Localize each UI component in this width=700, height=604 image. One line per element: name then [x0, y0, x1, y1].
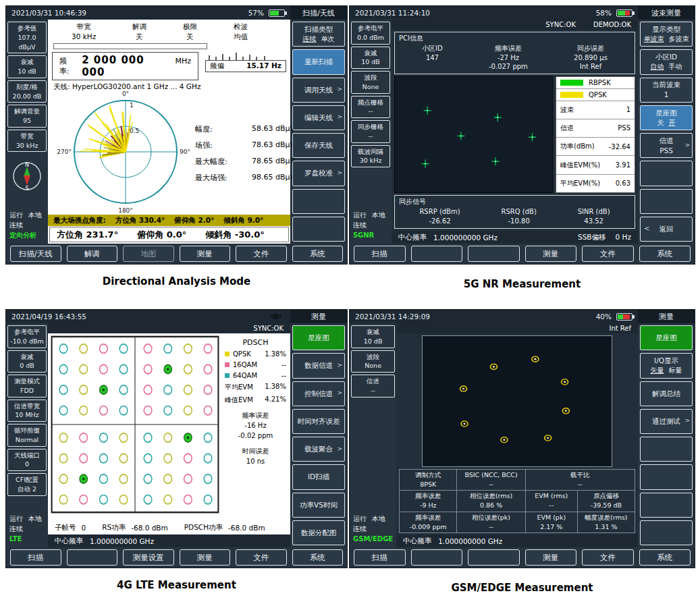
- param-cyclic-prefix[interactable]: 循环前缀Normal: [7, 424, 47, 447]
- param-band[interactable]: 波段None: [351, 350, 395, 373]
- softkey-measure[interactable]: 测量: [525, 246, 577, 262]
- param-attenuation[interactable]: 衰减10 dB: [351, 325, 395, 348]
- param-ref-level[interactable]: 参考值107.0 dBμV: [7, 22, 47, 53]
- left-sidebar: 参考值107.0 dBμV 衰减10 dB 刻度/格20.00 dB 解调音量9…: [6, 20, 48, 244]
- frequency-display[interactable]: 频率:2 000 000 000MHz: [52, 52, 198, 80]
- softkey-file[interactable]: 文件: [236, 549, 287, 566]
- softkey-scan[interactable]: 扫描: [354, 246, 406, 262]
- battery-icon: [269, 9, 285, 17]
- frequency-offset: 频偏15.17 Hz: [205, 60, 286, 72]
- softkey-file[interactable]: 文件: [582, 549, 634, 566]
- menu-id-scan[interactable]: ID扫描: [292, 464, 345, 489]
- param-channel-bw[interactable]: 信道带宽10 MHz: [7, 400, 47, 422]
- menu-iq-display[interactable]: I/Q显示 矢量标量: [640, 353, 693, 378]
- softkey-scan[interactable]: 扫描: [10, 549, 61, 566]
- sync-signal-box: 同步信号 RSRP (dBm)-26.62 RSRQ (dB)-10.80 SI…: [394, 195, 635, 229]
- softkey-file[interactable]: 文件: [236, 246, 287, 262]
- menu-carrier-aggregation[interactable]: 载波聚合>: [292, 437, 345, 462]
- cell-phase-err-pk: 相位误差(pk)--: [457, 512, 525, 534]
- main-display: SYNC:OK DEMOD:OK PCI信息 小区ID147 频率误差-27 H…: [392, 20, 638, 244]
- menu-time-alignment[interactable]: 时间对齐误差: [292, 409, 345, 434]
- active-mode-label: 5GNR: [353, 230, 388, 240]
- beam-number: 波束1: [556, 101, 635, 119]
- svg-text:S: S: [25, 186, 28, 192]
- menu-power-vs-time[interactable]: 功率VS时间: [292, 493, 345, 518]
- menu-scan-type[interactable]: 扫描类型 连续单次: [292, 22, 345, 47]
- param-freq-raster[interactable]: 频点栅格--: [351, 96, 390, 119]
- param-antenna-port[interactable]: 天线端口0: [7, 449, 47, 472]
- param-ref-level[interactable]: 参考电平0.0 dBm: [351, 22, 390, 45]
- menu-compass-cal[interactable]: 罗盘校准>: [292, 161, 345, 186]
- menu-pass-test[interactable]: 通过测试>: [640, 409, 693, 434]
- active-mode-label: 定向分析: [9, 230, 45, 240]
- status-bar: 2021/03/31 11:24:10 58%: [350, 6, 638, 20]
- mod-qpsk: QPSK1.38%: [225, 350, 286, 358]
- main-display: SYNC:OK PDSCH QPSK1.38% 16QAM-- 64QAM-- …: [48, 323, 290, 547]
- param-demod-volume[interactable]: 解调音量95: [7, 105, 47, 128]
- beam-avg-evm: 平均EVM(%)0.63: [556, 175, 635, 192]
- param-bandwidth[interactable]: 带宽30 kHz: [7, 130, 47, 153]
- menu-save-antenna[interactable]: 保存天线: [292, 133, 345, 158]
- menu-data-allocation[interactable]: 数据分配图: [292, 520, 345, 545]
- param-attenuation[interactable]: 衰减0 dB: [7, 350, 47, 373]
- menu-channel[interactable]: 信道 PSS >: [640, 133, 693, 158]
- param-demod: 解调关: [132, 22, 146, 41]
- chevron-right-icon: >: [337, 445, 342, 453]
- sync-status: SYNC:OK: [253, 325, 284, 332]
- menu-data-channel[interactable]: 数据信道>: [292, 353, 345, 378]
- menu-cell-id[interactable]: 小区ID 自动手动: [640, 49, 693, 74]
- menu-back-button[interactable]: < 返回: [640, 217, 693, 242]
- beam-peak-evm: 峰值EVM(%)3.91: [556, 156, 635, 174]
- left-sidebar: 参考电平-10.0 dBm 衰减0 dB 测量模式FDD 信道带宽10 MHz …: [6, 323, 48, 547]
- menu-edit-antenna[interactable]: 编辑天线>: [292, 105, 345, 130]
- param-subcarrier-spacing[interactable]: 载波间隔30 kHz: [351, 145, 390, 168]
- softkey-measure[interactable]: 测量: [180, 549, 231, 566]
- caption-5gnr: 5G NR Measurement: [349, 278, 695, 290]
- param-sync-raster[interactable]: 同步栅格--: [351, 120, 390, 143]
- cell-bsic: BSIC (NCC, BCC)--: [457, 470, 525, 491]
- softkey-system[interactable]: 系统: [292, 246, 344, 262]
- ref-status-row: Int Ref: [396, 323, 638, 333]
- softkey-measure[interactable]: 测量: [180, 246, 231, 262]
- softkey-system[interactable]: 系统: [639, 549, 691, 566]
- chevron-right-icon: >: [337, 114, 342, 121]
- rsrq: RSRQ (dB)-10.80: [501, 207, 536, 226]
- menu-demod-summary[interactable]: 解调总结: [640, 381, 693, 406]
- menu-recall-antenna[interactable]: 调用天线>: [292, 78, 345, 103]
- softkey-file[interactable]: 文件: [582, 246, 634, 262]
- param-ref-level[interactable]: 参考电平-10.0 dBm: [7, 325, 47, 348]
- time-error: 时间误差10 ns: [225, 446, 286, 466]
- caption-lte: 4G LTE Measurement: [5, 579, 348, 591]
- param-channel[interactable]: 信道--: [351, 375, 395, 397]
- softkey-system[interactable]: 系统: [639, 246, 691, 262]
- param-band[interactable]: 波段None: [351, 71, 390, 94]
- softkey-system[interactable]: 系统: [292, 549, 344, 566]
- menu-rescan-button[interactable]: 重新扫描: [292, 49, 345, 74]
- menu-title: 波束测量: [638, 6, 695, 20]
- chevron-right-icon: >: [337, 86, 342, 94]
- menu-constellation[interactable]: 星座图: [292, 325, 345, 350]
- param-cfi-config[interactable]: CFI配置自动 2: [7, 473, 47, 496]
- cell-modulation: 调制方式8PSK: [400, 470, 457, 491]
- param-scale-div[interactable]: 刻度/格20.00 dB: [7, 80, 47, 103]
- menu-display-type[interactable]: 显示类型 单波束多波束: [640, 22, 693, 47]
- demod-status: DEMOD:OK: [593, 21, 631, 28]
- param-attenuation[interactable]: 衰减10 dB: [7, 55, 47, 78]
- panel-5gnr: 2021/03/31 11:24:10 58% 波束测量 参考电平0.0 dBm…: [349, 5, 695, 265]
- caption-gsm: GSM/EDGE Measurement: [349, 582, 695, 594]
- constellation-lte: [51, 335, 219, 521]
- softkey-measure-setup[interactable]: 测量设置: [123, 549, 174, 566]
- softkey-demod[interactable]: 解调: [67, 246, 118, 262]
- menu-constellation-toggle[interactable]: 星座图 关开: [640, 105, 693, 130]
- param-measure-mode[interactable]: 测量模式FDD: [7, 375, 47, 397]
- menu-empty-slot: [640, 520, 693, 545]
- menu-current-beam[interactable]: 当前波束 1: [640, 78, 693, 103]
- battery-percent: 40%: [596, 312, 612, 321]
- menu-constellation[interactable]: 星座图: [640, 325, 693, 350]
- screenshot-collage: 2021/03/31 10:46:39 57% 扫描/天线 参考值107.0 d…: [0, 0, 700, 604]
- softkey-measure[interactable]: 测量: [525, 549, 577, 566]
- menu-control-channel[interactable]: 控制信道>: [292, 381, 345, 406]
- param-attenuation[interactable]: 衰减10 dB: [351, 47, 390, 70]
- softkey-scan-antenna[interactable]: 扫描/天线: [10, 246, 61, 262]
- softkey-scan[interactable]: 扫描: [354, 549, 406, 566]
